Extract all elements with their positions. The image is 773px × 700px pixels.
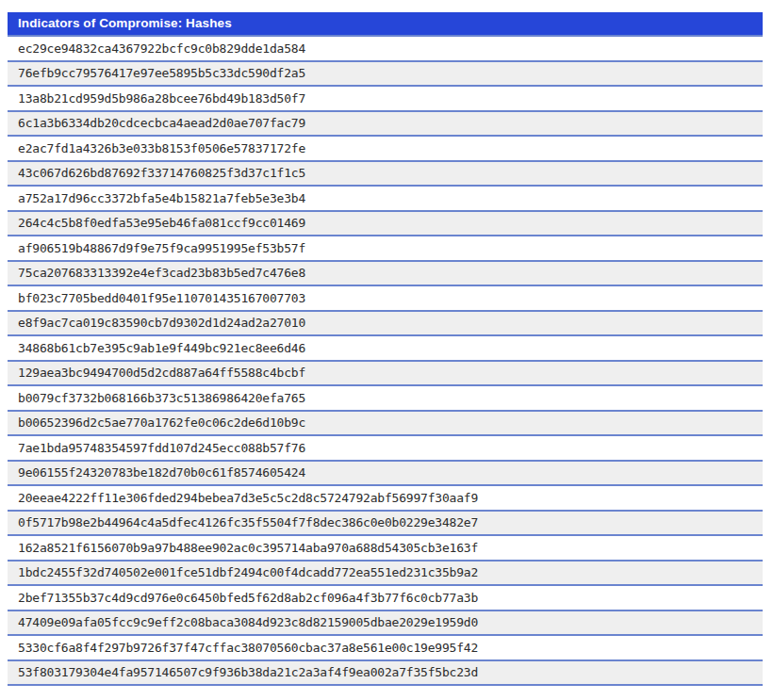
hash-value: bf023c7705bedd0401f95e110701435167007703 (18, 291, 305, 305)
page: { "table": { "title": "Indicators of Com… (0, 0, 773, 700)
table-row: 5330cf6a8f4f297b9726f37f47cffac38070560c… (8, 636, 763, 661)
table-row: bf023c7705bedd0401f95e110701435167007703 (8, 286, 763, 312)
table-row: e2ac7fd1a4326b3e033b8153f0506e57837172fe (8, 137, 763, 162)
table-row: 7ae1bda95748354597fdd107d245ecc088b57f76 (8, 436, 763, 462)
hash-value: 1bdc2455f32d740502e001fce51dbf2494c00f4d… (18, 565, 478, 579)
hash-rows: ec29ce94832ca4367922bcfc9c0b829dde1da584… (8, 37, 763, 686)
table-row: 13a8b21cd959d5b986a28bcee76bd49b183d50f7 (8, 87, 763, 112)
hash-value: 5330cf6a8f4f297b9726f37f47cffac38070560c… (18, 641, 478, 655)
table-row: 2bef71355b37c4d9cd976e0c6450bfed5f62d8ab… (8, 586, 763, 611)
hash-value: 9e06155f24320783be182d70b0c61f8574605424 (18, 465, 305, 480)
hash-value: 162a8521f6156070b9a97b488ee902ac0c395714… (18, 541, 478, 555)
ioc-hashes-table: Indicators of Compromise: Hashes ec29ce9… (8, 12, 763, 686)
hash-value: 76efb9cc79576417e97ee5895b5c33dc590df2a5 (18, 66, 305, 80)
hash-value: 129aea3bc9494700d5d2cd887a64ff5588c4bcbf (18, 366, 305, 380)
hash-value: ec29ce94832ca4367922bcfc9c0b829dde1da584 (18, 41, 305, 56)
table-row: 76efb9cc79576417e97ee5895b5c33dc590df2a5 (8, 62, 763, 88)
table-row: 9e06155f24320783be182d70b0c61f8574605424 (8, 462, 763, 487)
hash-value: b00652396d2c5ae770a1762fe0c06c2de6d10b9c (18, 415, 305, 430)
table-row: b00652396d2c5ae770a1762fe0c06c2de6d10b9c (8, 412, 763, 437)
hash-value: 264c4c5b8f0edfa53e95eb46fa081ccf9cc01469 (18, 216, 305, 230)
hash-value: 13a8b21cd959d5b986a28bcee76bd49b183d50f7 (18, 91, 305, 106)
table-row: 20eeae4222ff11e306fded294bebea7d3e5c5c2d… (8, 486, 763, 512)
table-title: Indicators of Compromise: Hashes (18, 16, 232, 30)
table-row: af906519b48867d9f9e75f9ca9951995ef53b57f (8, 236, 763, 262)
hash-value: 20eeae4222ff11e306fded294bebea7d3e5c5c2d… (18, 491, 478, 505)
table-row: 129aea3bc9494700d5d2cd887a64ff5588c4bcbf (8, 362, 763, 387)
hash-value: af906519b48867d9f9e75f9ca9951995ef53b57f (18, 241, 305, 255)
hash-value: 2bef71355b37c4d9cd976e0c6450bfed5f62d8ab… (18, 591, 478, 605)
table-row: e8f9ac7ca019c83590cb7d9302d1d24ad2a27010 (8, 312, 763, 337)
hash-value: 75ca207683313392e4ef3cad23b83b5ed7c476e8 (18, 266, 305, 280)
table-row: 75ca207683313392e4ef3cad23b83b5ed7c476e8 (8, 262, 763, 287)
hash-value: e2ac7fd1a4326b3e033b8153f0506e57837172fe (18, 141, 305, 155)
hash-value: 6c1a3b6334db20cdcecbca4aead2d0ae707fac79 (18, 116, 305, 130)
table-header: Indicators of Compromise: Hashes (8, 12, 763, 37)
hash-value: 47409e09afa05fcc9c9eff2c08baca3084d923c8… (18, 615, 478, 629)
hash-value: a752a17d96cc3372bfa5e4b15821a7feb5e3e3b4 (18, 191, 305, 205)
table-row: b0079cf3732b068166b373c51386986420efa765 (8, 386, 763, 412)
table-row: 47409e09afa05fcc9c9eff2c08baca3084d923c8… (8, 611, 763, 637)
hash-value: 53f803179304e4fa957146507c9f936b38da21c2… (18, 665, 478, 679)
table-row: ec29ce94832ca4367922bcfc9c0b829dde1da584 (8, 37, 763, 62)
table-row: a752a17d96cc3372bfa5e4b15821a7feb5e3e3b4 (8, 187, 763, 212)
table-row: 264c4c5b8f0edfa53e95eb46fa081ccf9cc01469 (8, 212, 763, 237)
table-row: 6c1a3b6334db20cdcecbca4aead2d0ae707fac79 (8, 112, 763, 138)
hash-value: 43c067d626bd87692f33714760825f3d37c1f1c5 (18, 166, 305, 180)
hash-value: b0079cf3732b068166b373c51386986420efa765 (18, 391, 305, 405)
table-row: 0f5717b98e2b44964c4a5dfec4126fc35f5504f7… (8, 512, 763, 537)
table-row: 34868b61cb7e395c9ab1e9f449bc921ec8ee6d46 (8, 336, 763, 362)
table-row: 43c067d626bd87692f33714760825f3d37c1f1c5 (8, 162, 763, 187)
hash-value: 0f5717b98e2b44964c4a5dfec4126fc35f5504f7… (18, 515, 478, 529)
hash-value: 7ae1bda95748354597fdd107d245ecc088b57f76 (18, 441, 305, 455)
hash-value: e8f9ac7ca019c83590cb7d9302d1d24ad2a27010 (18, 316, 305, 330)
table-row: 1bdc2455f32d740502e001fce51dbf2494c00f4d… (8, 562, 763, 587)
table-row: 53f803179304e4fa957146507c9f936b38da21c2… (8, 661, 763, 687)
hash-value: 34868b61cb7e395c9ab1e9f449bc921ec8ee6d46 (18, 341, 305, 355)
table-row: 162a8521f6156070b9a97b488ee902ac0c395714… (8, 536, 763, 562)
